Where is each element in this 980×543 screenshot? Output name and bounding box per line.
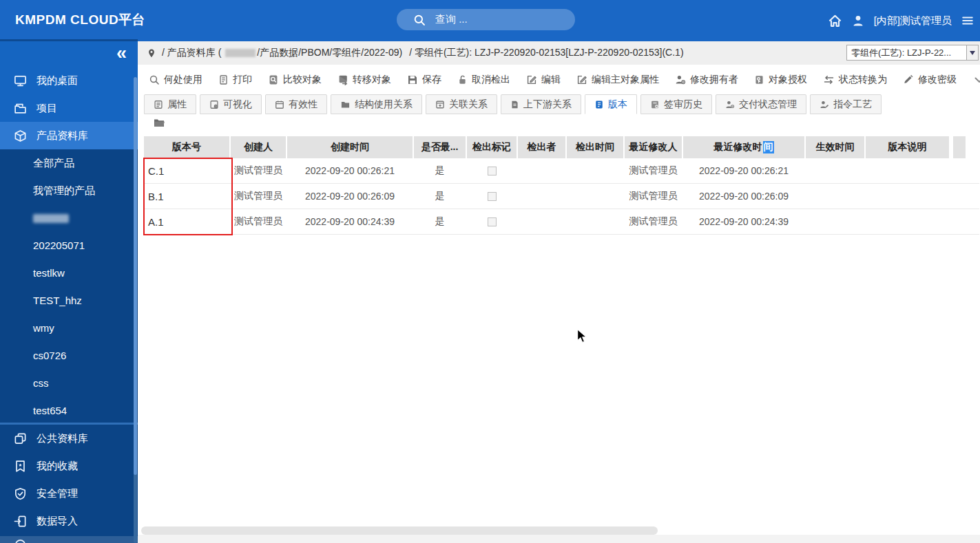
cell-created: 2022-09-20 00:24:39 [287,209,414,234]
change-secrecy-button[interactable]: 修改密级 [903,74,957,86]
object-selector-dropdown[interactable]: 零组件(工艺): LZJ-P-22... [846,45,979,61]
compare-objects-button[interactable]: 比较对象 [268,74,322,86]
edit-button[interactable]: 编辑 [526,74,561,86]
col-header-modified-time[interactable]: 最近修改时间 [683,136,806,158]
cell-modifier: 测试管理员 [625,209,683,234]
bookmark-icon [14,460,27,473]
sidebar-item-my-desktop[interactable]: 我的桌面 [0,67,138,94]
sidebar-collapse-icon[interactable]: « [116,43,127,63]
sidebar-subitem-cs0726[interactable]: cs0726 [0,342,138,370]
unlock-icon [457,74,468,85]
cancel-checkout-button[interactable]: 取消检出 [457,74,510,86]
table-row[interactable]: C.1 测试管理员 2022-09-20 00:26:21 是 测试管理员 20… [144,158,979,184]
tab-visualization[interactable]: 可视化 [200,94,262,114]
sidebar-subitem-test654[interactable]: test654 [0,397,138,425]
person-gear-icon [725,100,735,109]
breadcrumb-segment-path[interactable]: /产品数据/PBOM/零组件/2022-09) [257,47,402,59]
tab-versions[interactable]: 版本 [585,94,637,114]
sidebar-subitem-redacted[interactable] [0,204,138,232]
change-owner-button[interactable]: 修改拥有者 [675,74,738,86]
folder-icon [340,100,351,109]
pencil-icon [903,74,914,85]
toolbar: 何处使用 打印 比较对象 转移对象 保存 取消检出 编辑 编辑主对象属性 [138,65,980,94]
sidebar-item-public-library[interactable]: 公共资料库 [0,425,138,452]
sidebar-item-favorites[interactable]: 我的收藏 [0,452,138,480]
tab-review-history[interactable]: 签审历史 [640,94,712,114]
cell-version-desc [866,184,950,209]
tab-upstream-downstream[interactable]: 上下游关系 [501,94,581,114]
import-icon [14,515,27,528]
save-icon [407,74,418,85]
app-header: KMPDM CLOUD平台 查询 ... [内部]测试管理员 [0,0,980,41]
sidebar-item-partial[interactable] [0,536,138,543]
table-row[interactable]: B.1 测试管理员 2022-09-20 00:26:09 是 测试管理员 20… [144,184,979,209]
sidebar-subitem-testlkw[interactable]: testlkw [0,259,138,287]
folder-node-icon[interactable] [153,117,165,129]
col-header-checkout-by[interactable]: 检出者 [518,136,567,158]
col-header-checkout-mark[interactable]: 检出标记 [467,136,518,158]
sidebar-item-data-import[interactable]: 数据导入 [0,507,138,535]
user-icon[interactable] [851,14,865,28]
sidebar-subitem-wmy[interactable]: wmy [0,315,138,342]
where-used-button[interactable]: 何处使用 [149,74,202,86]
col-header-stub [953,136,966,158]
cell-modifier: 测试管理员 [625,158,683,183]
sidebar-item-label: 公共资料库 [37,432,88,445]
home-icon[interactable] [828,14,842,28]
col-header-modifier[interactable]: 最近修改人 [625,136,683,158]
current-user-label[interactable]: [内部]测试管理员 [874,14,952,28]
breadcrumb-segment-library[interactable]: / 产品资料库 ( [162,47,221,59]
edit-master-attributes-button[interactable]: 编辑主对象属性 [576,74,659,86]
col-header-checkout-time[interactable]: 检出时间 [567,136,625,158]
col-header-is-latest[interactable]: 是否最... [414,136,467,158]
col-header-effective-time[interactable]: 生效时间 [806,136,866,158]
object-authorize-button[interactable]: 对象授权 [754,74,807,86]
transfer-object-button[interactable]: 转移对象 [337,74,391,86]
menu-icon[interactable] [961,14,974,27]
redacted-label [33,214,69,223]
cell-checkout-time [567,209,625,234]
col-header-created-time[interactable]: 创建时间 [287,136,414,158]
col-header-version-desc[interactable]: 版本说明 [866,136,950,158]
tab-structure-usage[interactable]: 结构使用关系 [331,94,422,114]
horizontal-scrollbar-thumb[interactable] [141,526,658,535]
sidebar-item-security[interactable]: 安全管理 [0,480,138,507]
checkout-checkbox[interactable] [488,217,497,226]
checkout-checkbox[interactable] [488,167,497,175]
calendar-icon [275,100,284,109]
cell-effective [806,184,866,209]
cell-is-latest: 是 [414,158,467,183]
state-transition-button[interactable]: 状态转换为 [823,74,887,86]
tab-associations[interactable]: 关联关系 [426,94,497,114]
sidebar-scrollbar-thumb[interactable] [134,77,137,475]
sidebar-subitem-202205071[interactable]: 202205071 [0,232,138,259]
sidebar-subitem-css[interactable]: css [0,370,138,397]
cell-creator: 测试管理员 [231,184,287,209]
tab-attributes[interactable]: 属性 [144,94,196,114]
breadcrumb-segment-part[interactable]: / 零组件(工艺): LZJ-P-220920-02153[LZJ-P-2209… [409,47,683,59]
print-button[interactable]: 打印 [218,74,252,86]
save-button[interactable]: 保存 [407,74,441,86]
cube-icon [14,129,27,142]
tab-instruction-process[interactable]: 指令工艺 [810,94,882,114]
sidebar-subitem-test-hhz[interactable]: TEST_hhz [0,287,138,315]
tab-delivery-state[interactable]: 交付状态管理 [716,94,806,114]
window-plus-icon [435,100,445,109]
desktop-icon [14,74,27,87]
cell-created: 2022-09-20 00:26:09 [287,184,414,209]
table-row[interactable]: A.1 测试管理员 2022-09-20 00:24:39 是 测试管理员 20… [144,209,979,235]
sidebar-item-projects[interactable]: 项目 [0,94,138,122]
sidebar-subitem-my-managed-products[interactable]: 我管理的产品 [0,177,138,204]
app-title: KMPDM CLOUD平台 [15,0,145,39]
sidebar-subitem-all-products[interactable]: 全部产品 [0,149,138,177]
tab-effectivity[interactable]: 有效性 [265,94,327,114]
cell-created: 2022-09-20 00:26:21 [287,158,414,183]
cell-modifier: 测试管理员 [625,184,683,209]
checkout-checkbox[interactable] [488,192,497,201]
cell-checkout-by [518,209,567,234]
toolbar-expand-icon[interactable] [972,73,980,87]
col-header-version[interactable]: 版本号 [144,136,231,158]
sidebar-item-product-library[interactable]: 产品资料库 [0,122,138,149]
col-header-creator[interactable]: 创建人 [231,136,287,158]
search-input[interactable]: 查询 ... [397,9,575,30]
